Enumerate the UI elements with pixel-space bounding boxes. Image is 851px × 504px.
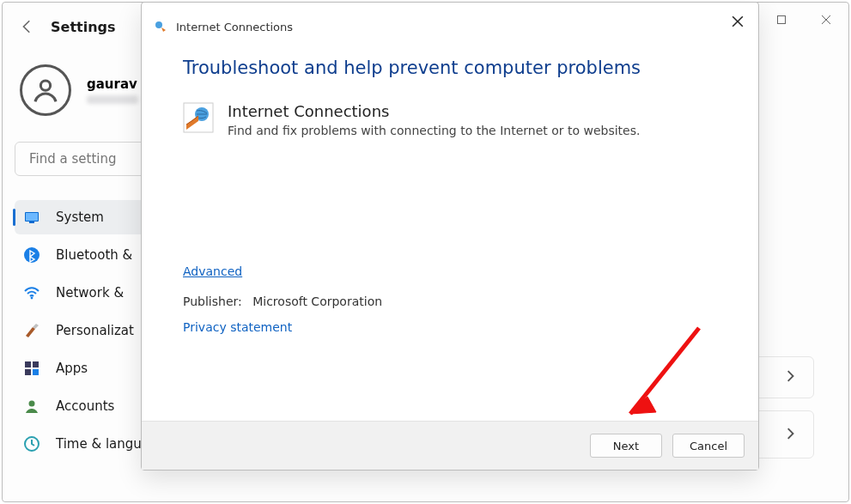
chevron-right-icon [784, 427, 796, 443]
advanced-link[interactable]: Advanced [183, 264, 242, 278]
sidebar-item-label: Accounts [56, 398, 114, 414]
privacy-link[interactable]: Privacy statement [183, 320, 292, 334]
wifi-icon [23, 284, 40, 301]
svg-rect-9 [29, 222, 34, 223]
svg-point-16 [29, 401, 35, 407]
chevron-right-icon [784, 369, 796, 386]
svg-rect-13 [33, 361, 39, 367]
avatar [20, 64, 71, 116]
bluetooth-icon [23, 246, 40, 264]
publisher-value: Microsoft Corporation [252, 295, 382, 308]
user-name: gaurav [87, 76, 138, 92]
publisher-row: Publisher: Microsoft Corporation [183, 295, 717, 308]
publisher-key: Publisher: [183, 295, 242, 308]
svg-point-11 [31, 297, 33, 300]
sidebar-item-label: Network & [56, 285, 124, 301]
dialog-title: Internet Connections [176, 21, 293, 33]
svg-rect-1 [778, 16, 786, 24]
maximize-button[interactable] [759, 3, 804, 37]
svg-rect-15 [33, 369, 39, 375]
troubleshooter-dialog: Internet Connections Troubleshoot and he… [141, 2, 759, 471]
sidebar-item-label: Personalizat [56, 323, 134, 338]
apps-icon [23, 360, 40, 377]
app-title: Settings [51, 19, 116, 35]
internet-connections-icon [183, 102, 214, 133]
troubleshooter-desc: Find and fix problems with connecting to… [228, 124, 640, 137]
dialog-close-button[interactable] [726, 9, 750, 33]
close-window-button[interactable] [804, 3, 848, 37]
sidebar-item-label: Bluetooth & [56, 247, 132, 263]
user-sub-blurred [87, 95, 138, 104]
person-icon [23, 398, 40, 415]
system-icon [23, 209, 40, 226]
next-button[interactable]: Next [590, 434, 662, 458]
troubleshooter-item[interactable]: Internet Connections Find and fix proble… [183, 102, 717, 137]
troubleshooter-name: Internet Connections [228, 102, 640, 120]
dialog-header: Internet Connections [142, 3, 758, 33]
dialog-heading: Troubleshoot and help prevent computer p… [183, 58, 717, 78]
svg-rect-14 [25, 369, 31, 375]
cancel-button[interactable]: Cancel [672, 434, 745, 458]
troubleshooter-header-icon [154, 20, 167, 33]
sidebar-item-label: Apps [56, 361, 88, 376]
clock-icon [23, 435, 40, 452]
svg-point-4 [40, 81, 50, 90]
sidebar-item-label: System [56, 209, 104, 225]
dialog-footer: Next Cancel [142, 421, 758, 470]
svg-point-21 [155, 21, 162, 28]
svg-rect-8 [26, 213, 38, 221]
brush-icon [23, 322, 40, 339]
back-icon[interactable] [20, 19, 35, 34]
svg-rect-12 [25, 361, 31, 367]
dialog-body: Troubleshoot and help prevent computer p… [142, 33, 758, 421]
